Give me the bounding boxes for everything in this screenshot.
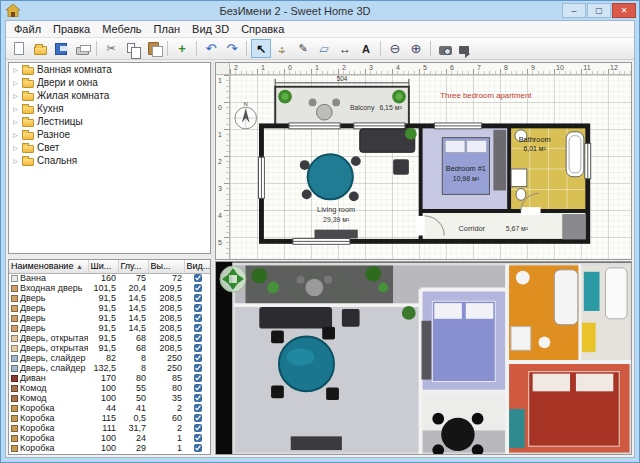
column-header-visible[interactable]: Вид... xyxy=(184,260,211,273)
expand-icon[interactable] xyxy=(12,144,19,151)
menu-item-5[interactable]: Справка xyxy=(235,22,290,36)
expand-icon[interactable] xyxy=(12,66,19,73)
create-photo-button[interactable] xyxy=(435,39,455,58)
column-header-width[interactable]: Ши... xyxy=(88,260,118,273)
armchair[interactable] xyxy=(393,159,409,175)
print-button[interactable] xyxy=(72,39,92,58)
visible-checkbox[interactable] xyxy=(194,294,202,302)
expand-icon[interactable] xyxy=(12,92,19,99)
create-rooms-button[interactable] xyxy=(314,39,334,58)
visible-checkbox[interactable] xyxy=(194,284,202,292)
visible-checkbox[interactable] xyxy=(194,444,202,452)
visible-checkbox[interactable] xyxy=(194,414,202,422)
table-row[interactable]: Дверь, слайдер828250 xyxy=(9,354,211,364)
plan-view[interactable]: 21012345678910111213 10123456 504 xyxy=(215,62,632,260)
cut-button[interactable] xyxy=(101,39,121,58)
wardrobe[interactable] xyxy=(493,130,506,191)
catalog-category[interactable]: Лестницы xyxy=(9,115,210,128)
table-row[interactable]: Дверь91,514,5208,5 xyxy=(9,294,211,304)
plant-icon[interactable] xyxy=(405,128,417,140)
balcony-chair[interactable] xyxy=(332,98,340,106)
visible-checkbox[interactable] xyxy=(194,334,202,342)
table-row[interactable]: Диван1708085 xyxy=(9,374,211,384)
undo-button[interactable] xyxy=(201,39,221,58)
menu-item-1[interactable]: Правка xyxy=(47,22,96,36)
catalog-category[interactable]: Двери и окна xyxy=(9,76,210,89)
visible-checkbox[interactable] xyxy=(194,404,202,412)
catalog-category[interactable]: Разное xyxy=(9,128,210,141)
menu-item-4[interactable]: Вид 3D xyxy=(186,22,235,36)
washing-machine[interactable] xyxy=(511,169,527,187)
furniture-catalog[interactable]: Ванная комнатаДвери и окнаЖилая комнатаК… xyxy=(8,62,211,254)
create-video-button[interactable] xyxy=(456,39,476,58)
chair[interactable] xyxy=(300,160,310,170)
tv-stand[interactable] xyxy=(315,230,358,239)
catalog-category[interactable]: Спальня xyxy=(9,154,210,167)
chair[interactable] xyxy=(302,190,312,200)
add-furniture-button[interactable] xyxy=(172,39,192,58)
zoom-in-button[interactable] xyxy=(406,39,426,58)
catalog-category[interactable]: Ванная комната xyxy=(9,63,210,76)
catalog-category[interactable]: Кухня xyxy=(9,102,210,115)
visible-checkbox[interactable] xyxy=(194,354,202,362)
table-row[interactable]: Коробка100291 xyxy=(9,444,211,454)
menu-item-3[interactable]: План xyxy=(148,22,187,36)
maximize-button[interactable] xyxy=(587,3,611,18)
balcony-chair[interactable] xyxy=(309,98,317,106)
table-row[interactable]: Комод1005580 xyxy=(9,384,211,394)
corridor-floor[interactable] xyxy=(423,213,586,239)
table-row[interactable]: Ванна1607572 xyxy=(9,273,211,284)
chair[interactable] xyxy=(351,156,361,166)
compass[interactable]: N xyxy=(235,101,257,129)
zoom-out-button[interactable] xyxy=(385,39,405,58)
column-header-depth[interactable]: Глу... xyxy=(118,260,148,273)
table-row[interactable]: Коробка100241 xyxy=(9,434,211,444)
minimize-button[interactable] xyxy=(562,3,586,18)
close-button[interactable] xyxy=(612,3,636,18)
plan-canvas[interactable]: 504 xyxy=(230,75,631,259)
table-row[interactable]: Дверь91,514,5208,5 xyxy=(9,324,211,334)
table-row[interactable]: Коробка9033 xyxy=(9,454,211,456)
new-document-button[interactable] xyxy=(9,39,29,58)
visible-checkbox[interactable] xyxy=(194,304,202,312)
table-row[interactable]: Входная дверь101,520,4209,5 xyxy=(9,284,211,294)
menu-item-0[interactable]: Файл xyxy=(8,22,47,36)
table-row[interactable]: Коробка11131,72 xyxy=(9,424,211,434)
visible-checkbox[interactable] xyxy=(194,324,202,332)
expand-icon[interactable] xyxy=(12,105,19,112)
plan-title[interactable]: Three bedroom apartment xyxy=(440,92,532,101)
visible-checkbox[interactable] xyxy=(194,384,202,392)
redo-button[interactable] xyxy=(222,39,242,58)
column-header-name[interactable]: Наименование ▲ xyxy=(9,260,88,273)
dimension-line[interactable]: 504 xyxy=(275,75,409,87)
create-dimensions-button[interactable] xyxy=(335,39,355,58)
visible-checkbox[interactable] xyxy=(194,374,202,382)
balcony-table[interactable] xyxy=(316,104,332,120)
visible-checkbox[interactable] xyxy=(194,344,202,352)
add-text-button[interactable] xyxy=(356,39,376,58)
expand-icon[interactable] xyxy=(12,157,19,164)
titlebar[interactable]: БезИмени 2 - Sweet Home 3D xyxy=(1,1,639,20)
visible-checkbox[interactable] xyxy=(194,434,202,442)
3d-view[interactable] xyxy=(215,261,632,455)
create-walls-button[interactable] xyxy=(293,39,313,58)
catalog-category[interactable]: Свет xyxy=(9,141,210,154)
visible-checkbox[interactable] xyxy=(194,314,202,322)
menu-item-2[interactable]: Мебель xyxy=(96,22,147,36)
table-row[interactable]: Комод1005035 xyxy=(9,394,211,404)
copy-button[interactable] xyxy=(122,39,142,58)
table-row[interactable]: Дверь91,514,5208,5 xyxy=(9,304,211,314)
table-row[interactable]: Дверь, открытая91,568208,5 xyxy=(9,344,211,354)
navigation-control[interactable] xyxy=(219,265,247,293)
visible-checkbox[interactable] xyxy=(194,364,202,372)
open-button[interactable] xyxy=(30,39,50,58)
round-table[interactable] xyxy=(308,154,353,199)
visible-checkbox[interactable] xyxy=(194,454,202,456)
column-header-height[interactable]: Вы... xyxy=(148,260,184,273)
table-row[interactable]: Коробка44412 xyxy=(9,404,211,414)
living-room-furniture[interactable] xyxy=(300,128,417,239)
table-row[interactable]: Коробка1150,560 xyxy=(9,414,211,424)
visible-checkbox[interactable] xyxy=(194,274,202,282)
catalog-category[interactable]: Жилая комната xyxy=(9,89,210,102)
corridor-cabinet[interactable] xyxy=(562,214,586,239)
